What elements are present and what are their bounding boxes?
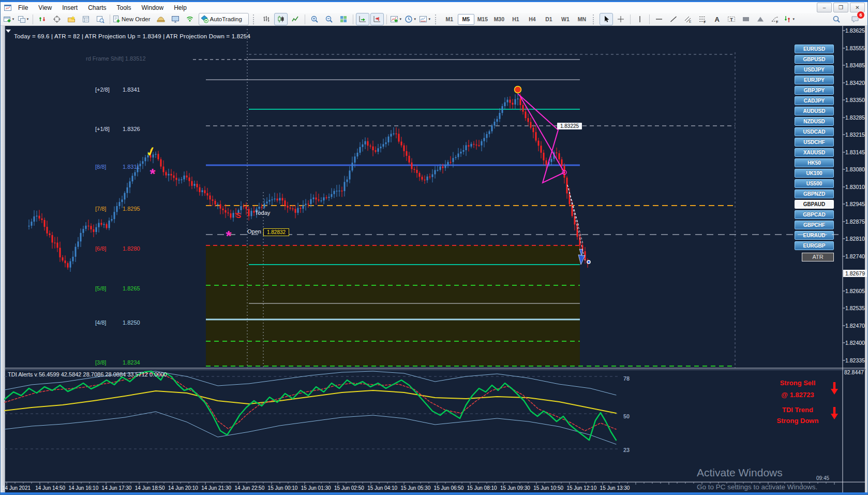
arrows-button[interactable]: ▼ [783, 13, 796, 25]
menu-file[interactable]: File [13, 3, 33, 13]
symbol-button-hk50[interactable]: HK50 [795, 158, 834, 167]
symbol-button-usdchf[interactable]: USDCHF [795, 138, 834, 147]
time-axis-label: 15 Jun 05:30 [400, 485, 430, 491]
timeframe-w1[interactable]: W1 [557, 14, 574, 25]
atr-button[interactable]: ATR [802, 253, 834, 261]
symbol-button-eurusd[interactable]: EURUSD [795, 45, 834, 53]
symbol-button-usdcad[interactable]: USDCAD [795, 127, 834, 136]
timeframe-h4[interactable]: H4 [524, 14, 541, 25]
sell-entry-marker [515, 86, 521, 93]
price-scale-label: 1.83350 [845, 97, 865, 103]
timeframe-m5[interactable]: M5 [458, 14, 474, 25]
menu-insert[interactable]: Insert [57, 3, 83, 13]
symbol-button-us500[interactable]: US500 [795, 179, 834, 188]
chart-objects-dropdown-icon[interactable] [6, 30, 11, 33]
murrey-level-label: [6/8]1.8280 [95, 245, 140, 252]
timeframe-m30[interactable]: M30 [491, 14, 507, 25]
symbol-button-nzdusd[interactable]: NZDUSD [795, 117, 834, 126]
equidistant-channel-button[interactable]: E [681, 13, 695, 25]
crosshair-icon [617, 15, 625, 23]
data-window-button[interactable] [79, 13, 93, 25]
menu-tools[interactable]: Tools [112, 3, 137, 13]
timeframe-mn[interactable]: MN [574, 14, 590, 25]
notifications-button[interactable]: 6 [848, 13, 862, 25]
zoom-out-button[interactable] [322, 13, 336, 25]
fibo-expansion-button[interactable]: F [768, 13, 782, 25]
symbol-button-gbpnzd[interactable]: GBPNZD [795, 190, 834, 198]
vertical-line-button[interactable] [633, 13, 647, 25]
symbol-button-euraud[interactable]: EURAUD [795, 231, 834, 240]
murrey-fraction: [6/8] [95, 245, 116, 252]
timeframe-d1[interactable]: D1 [541, 14, 557, 25]
tdi-scale-top-value: 82.8447 [844, 369, 864, 375]
favorites-button[interactable] [65, 13, 78, 25]
signals-icon [186, 15, 194, 23]
horizontal-line-button[interactable] [652, 13, 666, 25]
symbol-button-gbpchf[interactable]: GBPCHF [795, 221, 834, 229]
signals-button[interactable] [183, 13, 197, 25]
line-chart-button[interactable] [289, 13, 302, 25]
tile-windows-button[interactable] [337, 13, 350, 25]
tile-windows-icon [339, 15, 348, 23]
menu-help[interactable]: Help [169, 3, 192, 13]
bar-chart-button[interactable] [260, 13, 273, 25]
tdi-scale-label: 23 [623, 447, 630, 453]
swing-price-tag: 1.83225 [557, 123, 582, 129]
symbol-button-eurjpy[interactable]: EURJPY [795, 76, 834, 84]
symbol-button-uk100[interactable]: UK100 [795, 169, 834, 178]
symbol-button-gbpusd[interactable]: GBPUSD [795, 55, 834, 64]
restore-button[interactable]: ❐ [833, 3, 848, 12]
tdi-scale-label: 78 [623, 375, 630, 382]
rectangle-button[interactable] [739, 13, 753, 25]
murrey-price: 1.8250 [123, 319, 140, 326]
minimize-button[interactable]: – [817, 3, 832, 12]
indicators-icon [390, 15, 398, 23]
crosshair-button[interactable] [614, 13, 627, 25]
menu-charts[interactable]: Charts [83, 3, 111, 13]
auto-scroll-button[interactable] [356, 13, 369, 25]
profiles-button[interactable]: ▼ [17, 13, 30, 25]
timeframe-m1[interactable]: M1 [441, 14, 458, 25]
text-label-button[interactable]: T [725, 13, 738, 25]
timeframe-m15[interactable]: M15 [474, 14, 491, 25]
arrows-icon [783, 15, 791, 23]
chart-shift-button[interactable] [370, 13, 384, 25]
crosshair-target-button[interactable] [50, 13, 64, 25]
periods-icon [405, 15, 413, 23]
text-button[interactable]: A [710, 13, 724, 25]
bottom-window-border [1, 492, 867, 495]
fibonacci-button[interactable]: F [696, 13, 709, 25]
murrey-fraction: [5/8] [95, 285, 116, 292]
autotrading-button[interactable]: AutoTrading [199, 13, 249, 25]
candlestick-button[interactable] [274, 13, 288, 25]
menu-view[interactable]: View [33, 3, 57, 13]
symbol-button-eurgbp[interactable]: EURGBP [795, 241, 834, 250]
time-axis-label: 14 Jun 17:30 [102, 485, 132, 491]
strategy-tester-button[interactable] [94, 13, 107, 25]
fullscreen-button[interactable] [169, 13, 182, 25]
symbol-button-audusd[interactable]: AUDUSD [795, 107, 834, 115]
expert-advisors-button[interactable] [154, 13, 168, 25]
horizontal-line-icon [655, 15, 663, 23]
trendline-button[interactable] [667, 13, 680, 25]
menu-window[interactable]: Window [137, 3, 169, 13]
left-panel-edge[interactable] [1, 26, 5, 495]
triangle-button[interactable] [754, 13, 767, 25]
templates-button[interactable]: ▼ [418, 13, 432, 25]
zoom-in-button[interactable] [308, 13, 321, 25]
symbol-button-cadjpy[interactable]: CADJPY [795, 96, 834, 105]
symbol-button-xauusd[interactable]: XAUUSD [795, 148, 834, 157]
symbol-button-usdjpy[interactable]: USDJPY [795, 65, 834, 74]
new-chart-button[interactable]: ▼ [2, 13, 16, 25]
symbol-button-gbpaud[interactable]: GBPAUD [795, 200, 834, 209]
symbol-button-gbpjpy[interactable]: GBPJPY [795, 86, 834, 95]
tick-chart-button[interactable] [36, 13, 49, 25]
new-order-button[interactable]: New Order [112, 15, 154, 23]
indicators-button[interactable]: ▼ [390, 13, 403, 25]
cursor-button[interactable] [600, 13, 613, 25]
search-button[interactable] [830, 13, 843, 25]
signal-tdi-trend: TDI Trend [757, 406, 839, 414]
periods-button[interactable]: ▼ [404, 13, 417, 25]
timeframe-h1[interactable]: H1 [507, 14, 524, 25]
symbol-button-gbpcad[interactable]: GBPCAD [795, 210, 834, 219]
